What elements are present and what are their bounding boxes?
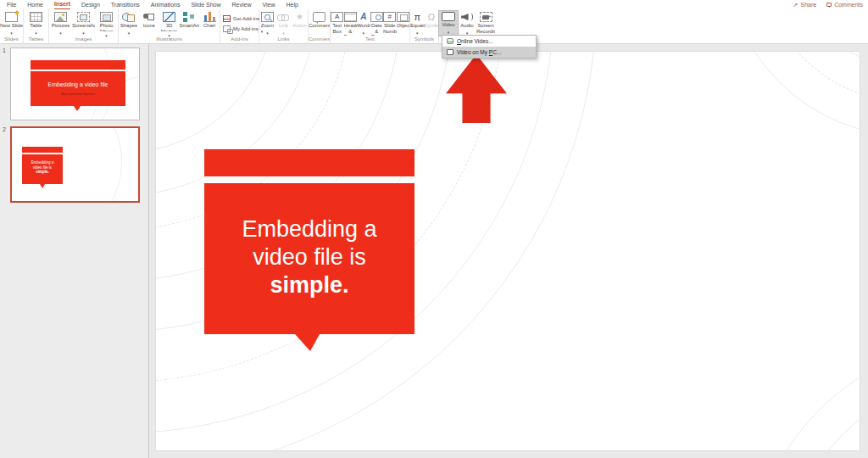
chevron-down-icon	[35, 29, 37, 33]
ribbon-group-tables: Table Tables	[24, 9, 49, 43]
window-actions: ↗ Share Comments	[793, 0, 863, 9]
text-box-button[interactable]: A Text Box	[331, 11, 344, 36]
share-button[interactable]: ↗ Share	[793, 2, 817, 8]
table-button[interactable]: Table	[24, 11, 48, 36]
action-button[interactable]: ★ Action	[292, 11, 308, 36]
tab-review[interactable]: Review	[231, 0, 251, 9]
symbol-button[interactable]: Ω Symbol	[425, 11, 439, 36]
shapes-button[interactable]: Shapes	[119, 11, 139, 36]
wordart-button[interactable]: A WordArt	[357, 11, 370, 36]
video-dropdown-menu: Online Video... Video on My PC...	[442, 35, 537, 59]
wordart-icon: A	[357, 12, 370, 22]
symbol-icon: Ω	[425, 12, 437, 22]
comments-label: Comments	[834, 2, 863, 8]
slide-2-thumbnail[interactable]: Embedding a video file is simple.	[10, 126, 140, 203]
ribbon-group-add-ins: Get Add-ins My Add-ins Add-ins	[220, 9, 259, 43]
tab-transitions[interactable]: Transitions	[111, 0, 140, 9]
screenshot-button[interactable]: Screenshot	[72, 11, 95, 36]
ribbon-group-comments: Comment Comments	[309, 9, 331, 43]
slide-number-button[interactable]: # Slide Number	[383, 11, 397, 36]
slide-1-thumbnail[interactable]: Embedding a video file A presentation by…	[10, 47, 140, 120]
action-icon: ★	[293, 12, 306, 22]
ribbon-group-symbols: π Equation Ω Symbol Symbols	[410, 9, 439, 43]
slide-canvas[interactable]: Embedding a video file is simple.	[156, 52, 860, 450]
tab-file[interactable]: File	[7, 0, 16, 9]
audio-icon	[461, 12, 474, 22]
object-icon	[397, 12, 409, 22]
date-time-icon	[370, 12, 383, 22]
photo-album-button[interactable]: Photo Album	[95, 11, 118, 36]
comments-icon	[826, 3, 832, 7]
chevron-down-icon	[105, 31, 108, 36]
my-add-ins-button[interactable]: My Add-ins	[223, 25, 263, 33]
tab-home[interactable]: Home	[27, 0, 43, 9]
chevron-down-icon	[362, 29, 364, 33]
link-button[interactable]: Link	[275, 11, 292, 36]
chevron-down-icon	[282, 29, 285, 33]
comment-icon	[313, 12, 326, 22]
thumb1-accent-bar	[31, 60, 125, 70]
bubble-text: Embedding a video file is simple.	[204, 215, 415, 299]
chevron-down-icon	[448, 28, 450, 32]
video-on-my-pc-label: Video on My PC...	[457, 49, 501, 55]
online-video-label: Online Video...	[457, 38, 493, 44]
share-icon: ↗	[793, 2, 798, 8]
ribbon-group-images: Pictures Screenshot Photo Album Images	[49, 9, 119, 43]
chevron-down-icon	[466, 29, 469, 33]
video-button[interactable]: Video	[439, 11, 458, 36]
object-button[interactable]: Object	[397, 11, 410, 36]
shapes-icon	[122, 12, 135, 22]
screen-recording-icon	[480, 12, 492, 22]
online-video-icon	[447, 38, 453, 44]
pictures-icon	[54, 12, 67, 22]
screenshot-icon	[77, 12, 90, 22]
slide-thumbnail-panel[interactable]: 1 Embedding a video file A presentation …	[0, 44, 149, 458]
tab-help[interactable]: Help	[286, 0, 298, 9]
slide-1-number: 1	[3, 47, 6, 53]
thumb2-accent-bar	[22, 147, 63, 153]
speech-bubble[interactable]: Embedding a video file is simple.	[204, 183, 415, 334]
tab-slide-show[interactable]: Slide Show	[191, 0, 220, 9]
screen-recording-button[interactable]: Screen Recording	[476, 11, 495, 36]
header-footer-icon	[344, 12, 357, 22]
tab-animations[interactable]: Animations	[151, 0, 181, 9]
ribbon-group-slides: New Slide Slides	[0, 9, 24, 43]
ribbon-group-links: Zoom Link ★ Action Links	[259, 9, 309, 43]
slide-accent-bar[interactable]	[204, 149, 415, 176]
new-slide-button[interactable]: New Slide	[0, 11, 23, 36]
icons-button[interactable]: Icons	[139, 11, 159, 36]
3d-models-button[interactable]: 3D Models	[159, 11, 180, 36]
date-time-button[interactable]: Date & Time	[370, 11, 384, 36]
my-add-ins-icon	[223, 25, 231, 32]
chart-icon	[203, 12, 216, 22]
3d-models-icon	[163, 12, 175, 22]
thumb2-speech-bubble: Embedding a video file is simple.	[22, 154, 63, 184]
zoom-icon	[261, 12, 274, 22]
comment-button[interactable]: Comment	[309, 11, 330, 36]
header-footer-button[interactable]: Header & Footer	[344, 11, 358, 36]
menu-item-online-video[interactable]: Online Video...	[442, 36, 536, 47]
audio-button[interactable]: Audio	[458, 11, 476, 36]
smartart-button[interactable]: SmartArt	[179, 11, 199, 36]
video-icon	[442, 12, 455, 21]
link-icon	[277, 12, 290, 22]
tab-design[interactable]: Design	[81, 0, 100, 9]
menu-item-video-on-my-pc[interactable]: Video on My PC...	[442, 47, 536, 58]
ribbon-group-illustrations: Shapes Icons 3D Models SmartArt Chart Il…	[119, 9, 220, 43]
slide-number-icon: #	[383, 12, 396, 22]
chevron-down-icon	[82, 29, 85, 33]
chevron-down-icon	[59, 29, 62, 33]
video-on-pc-icon	[447, 49, 453, 55]
text-box-icon: A	[331, 12, 343, 22]
photo-album-icon	[100, 12, 113, 22]
tab-view[interactable]: View	[262, 0, 275, 9]
comments-button[interactable]: Comments	[826, 2, 863, 8]
chevron-down-icon	[416, 29, 419, 33]
ribbon: New Slide Slides Table Tables Pictures	[0, 9, 868, 44]
chart-button[interactable]: Chart	[199, 11, 220, 36]
equation-button[interactable]: π Equation	[410, 11, 425, 36]
pictures-button[interactable]: Pictures	[49, 11, 72, 36]
workspace: 1 Embedding a video file A presentation …	[0, 44, 868, 458]
zoom-button[interactable]: Zoom	[259, 11, 275, 36]
get-add-ins-button[interactable]: Get Add-ins	[223, 15, 259, 23]
